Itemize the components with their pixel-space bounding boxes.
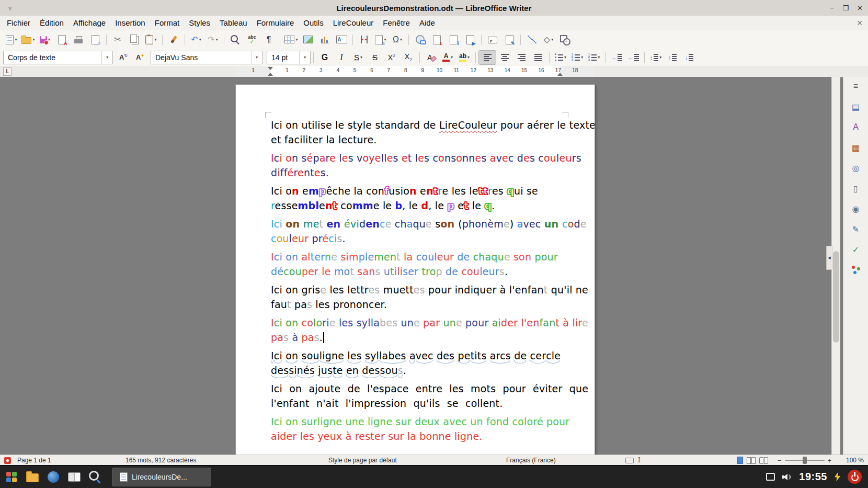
insert-image-button[interactable] [300,33,316,47]
new-document-dropdown-icon[interactable]: ▾ [15,37,17,42]
left-indent-marker[interactable] [268,73,273,76]
space-above-paragraph-button[interactable]: ↑ [664,51,681,64]
track-changes-button[interactable]: ✎ [501,33,518,47]
style-inspector-panel-icon[interactable]: ◉ [849,202,863,215]
menu-aide[interactable]: Aide [415,17,440,29]
align-center-button[interactable] [496,51,513,64]
bullet-list-dropdown-icon[interactable]: ▾ [564,55,566,60]
insert-chart-button[interactable] [316,33,333,47]
menu-fichier[interactable]: Fichier [2,17,35,29]
navigator-panel-icon[interactable]: ◎ [849,162,863,174]
outline-list-dropdown-icon[interactable]: ▾ [598,55,600,60]
document-page[interactable]: Ici on utilise le style standard de Lire… [235,84,595,455]
insert-special-character-button[interactable]: Ω▾ [389,33,406,47]
paragraph-style-combo[interactable]: Corps de texte ▾ [3,51,113,64]
insert-comment-button[interactable] [484,33,501,47]
insert-footnote-button[interactable]: 1 [428,33,445,47]
power-status-icon[interactable] [835,472,840,482]
zoom-level-status[interactable]: 100 % [846,455,864,466]
paste-dropdown-icon[interactable]: ▾ [154,37,156,42]
open-file-button[interactable]: ▾ [20,33,37,47]
numbered-list-dropdown-icon[interactable]: ▾ [581,55,583,60]
menu-insertion[interactable]: Insertion [110,17,150,29]
vertical-scrollbar[interactable] [831,77,840,455]
minimize-button[interactable]: − [830,4,835,12]
undo-dropdown-icon[interactable]: ▾ [199,37,201,42]
restore-button[interactable]: ❐ [842,4,849,12]
volume-icon[interactable] [782,473,792,481]
increase-indent-button[interactable]: → [608,51,625,64]
first-line-indent-marker[interactable] [268,67,273,70]
align-justify-button[interactable] [530,51,546,64]
highlight-color-dropdown-icon[interactable]: ▾ [467,55,470,60]
subscript-button[interactable]: X2 [400,51,417,64]
unsaved-changes-icon[interactable] [4,457,11,464]
insert-text-box-button[interactable]: A [333,33,350,47]
menu-fenêtre[interactable]: Fenêtre [378,17,415,29]
save-button[interactable]: ▾ [37,33,53,47]
strikethrough-button[interactable]: S [367,51,383,64]
horizontal-ruler[interactable]: L 1123456789101112131415161718 [0,66,868,77]
multi-page-view-button[interactable] [747,457,756,464]
paragraph-style-dropdown-icon[interactable]: ▾ [101,51,112,64]
align-left-button[interactable] [478,50,496,65]
font-size-combo[interactable]: 14 pt ▾ [267,51,311,64]
outline-list-button[interactable]: 123▾ [586,51,602,64]
export-pdf-button[interactable]: A [53,33,70,47]
book-view-button[interactable] [759,457,768,464]
bold-button[interactable]: G [316,51,333,64]
scrollbar-thumb[interactable] [833,251,839,343]
menu-lirecouleur[interactable]: LireCouleur [328,17,379,29]
update-style-button[interactable]: A↻ [115,51,132,64]
menu-affichage[interactable]: Affichage [68,17,110,29]
underline-button[interactable]: S▾ [350,51,367,64]
tab-stop-selector[interactable]: L [3,67,12,76]
para-lettres-confusion[interactable]: Ici on empêche la confusion entre les le… [271,184,561,213]
menu-formulaire[interactable]: Formulaire [252,17,299,29]
web-browser-icon[interactable] [44,468,63,486]
clear-formatting-button[interactable]: A [422,51,439,64]
properties-panel-icon[interactable]: ▤ [849,100,863,113]
zoom-in-button[interactable]: + [828,457,832,464]
word-count-status[interactable]: 165 mots, 912 caractères [125,455,196,466]
lirecouleur-panel-icon[interactable] [849,264,863,276]
sidebar-settings-icon[interactable]: ≡ [849,80,863,93]
para-voyelles-consonnes[interactable]: Ici on sépare les voyelles et les conson… [271,151,561,180]
app-launcher-icon[interactable] [2,468,21,486]
single-page-view-button[interactable] [737,457,743,464]
gallery-panel-icon[interactable]: ▦ [849,141,863,154]
tray-clipboard-icon[interactable] [766,473,775,481]
clone-formatting-button[interactable] [165,33,182,47]
insert-hyperlink-button[interactable] [412,33,428,47]
open-file-dropdown-icon[interactable]: ▾ [32,37,35,42]
document-text[interactable]: Ici on utilise le style standard de Lire… [271,118,561,447]
highlight-color-button[interactable]: ab▾ [456,51,473,64]
numbered-list-button[interactable]: 123▾ [569,51,586,64]
menu-format[interactable]: Format [150,17,185,29]
close-document-button[interactable]: ✕ [856,19,863,27]
font-size-dropdown-icon[interactable]: ▾ [299,51,310,64]
new-document-button[interactable]: ▾ [3,33,20,47]
para-phonemes[interactable]: Ici on met en évidence chaque son (phonè… [271,217,561,246]
decrease-indent-button[interactable]: ← [625,51,642,64]
basic-shapes-button[interactable]: ◇▾ [540,33,557,47]
page-number-status[interactable]: Page 1 de 1 [17,455,51,466]
para-espace-mots[interactable]: Ici on ajoute de l'espace entre les mots… [271,381,561,411]
line-spacing-dropdown-icon[interactable]: ▾ [659,55,661,60]
titlebar-chevron-icon[interactable]: ▿ [8,4,12,12]
new-style-button[interactable]: A✦ [132,51,149,64]
selection-mode-icon[interactable] [625,458,634,463]
menu-édition[interactable]: Édition [35,17,68,29]
zoom-slider-thumb[interactable] [803,457,807,464]
show-draw-functions-button[interactable] [557,33,574,47]
taskbar-window-button[interactable]: LirecouleursDe... [112,468,211,486]
insert-table-dropdown-icon[interactable]: ▾ [295,37,298,42]
zoom-out-button[interactable]: − [778,457,782,464]
insert-page-break-button[interactable] [356,33,372,47]
zoom-slider[interactable] [785,460,825,461]
accessibility-check-panel-icon[interactable]: ✓ [849,243,863,256]
file-manager-icon[interactable] [23,468,42,486]
shutdown-button[interactable] [848,470,862,484]
insert-cross-reference-button[interactable]: ▶ [462,33,478,47]
undo-button[interactable]: ↶▾ [188,33,204,47]
